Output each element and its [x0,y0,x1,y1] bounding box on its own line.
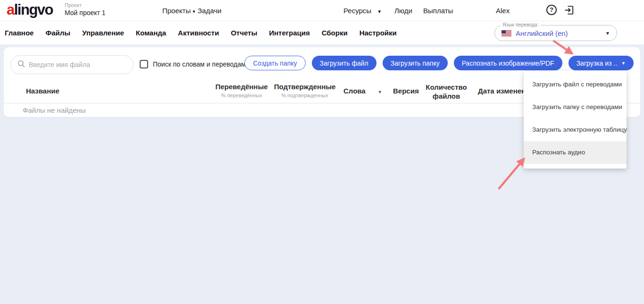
tab-management[interactable]: Управление [82,29,124,37]
project-name: Мой проект 1 [65,9,106,17]
tab-integration[interactable]: Интеграция [269,29,309,37]
tab-team[interactable]: Команда [136,29,166,37]
create-folder-button[interactable]: Создать папку [244,56,305,70]
current-project: Проект Мой проект 1 [65,2,106,17]
upload-menu-item[interactable]: Распознать аудио [524,141,627,164]
chevron-down-icon: ▼ [621,61,626,66]
logo[interactable]: alingvo [7,1,53,18]
translation-language-select[interactable]: Язык перевода: Английский (en) ▼ [494,25,617,41]
upload-folder-button[interactable]: Загрузить папку [383,56,448,70]
top-header: alingvo Проект Мой проект 1 Проекты▾ Зад… [0,0,644,21]
column-version: Версия [393,87,419,95]
chevron-down-icon: ▾ [192,8,195,14]
column-words[interactable]: Слова▼ [343,87,382,95]
user-name[interactable]: Alex [496,7,510,15]
nav-payouts[interactable]: Выплаты [423,7,453,15]
nav-projects[interactable]: Проекты▾ [162,7,195,15]
sort-caret-icon[interactable]: ▼ [378,90,382,94]
column-translated-sub: % переведённых [215,93,268,98]
search-icon [17,60,25,69]
help-icon[interactable]: ? [546,5,557,15]
upload-from-button[interactable]: Загрузка из ..▼ [569,56,634,70]
toolbar-buttons: Создать папку Загрузить файл Загрузить п… [244,56,634,70]
chevron-down-icon: ▼ [377,9,382,14]
us-flag-icon [502,30,511,36]
logo-letter-a: a [7,1,14,18]
logo-rest: lingvo [14,1,53,18]
upload-file-button[interactable]: Загрузить файл [312,56,376,70]
column-approved-sub: % подтвержденных [274,93,336,98]
tab-reports[interactable]: Отчеты [231,29,257,37]
column-files-count: Количество файлов [424,83,469,101]
column-name: Название [26,87,59,95]
upload-menu-item[interactable]: Загрузить файл с переводами [524,73,627,96]
logout-icon[interactable] [564,5,575,17]
checkbox-icon [140,60,148,68]
translation-language-value: Английский (en) [516,29,605,37]
content-area: Поиск по словам и переводам в файлах Соз… [0,44,644,304]
recognize-image-pdf-button[interactable]: Распознать изображение/PDF [454,56,562,70]
upload-from-menu: Загрузить файл с переводами Загрузить па… [524,71,627,169]
tab-main[interactable]: Главное [5,29,33,37]
tab-files[interactable]: Файлы [45,29,70,37]
column-approved: Подтвержденные % подтвержденных [274,83,336,98]
file-search [10,55,134,74]
search-input[interactable] [29,61,127,68]
chevron-down-icon: ▼ [605,31,610,36]
nav-tasks[interactable]: Задачи [198,7,221,15]
upload-menu-item[interactable]: Загрузить папку с переводами [524,96,627,118]
tab-builds[interactable]: Сборки [322,29,348,37]
nav-people[interactable]: Люди [394,7,412,15]
nav-resources[interactable]: Ресурсы▼ [343,7,382,15]
upload-menu-item[interactable]: Загрузить электронную таблицу [524,118,627,141]
project-label: Проект [65,2,106,8]
app-root: alingvo Проект Мой проект 1 Проекты▾ Зад… [0,0,644,304]
column-translated: Переведённые % переведённых [215,83,268,98]
tab-settings[interactable]: Настройки [360,29,397,37]
tab-activities[interactable]: Активности [178,29,219,37]
translation-language-label: Язык перевода: [501,22,541,27]
